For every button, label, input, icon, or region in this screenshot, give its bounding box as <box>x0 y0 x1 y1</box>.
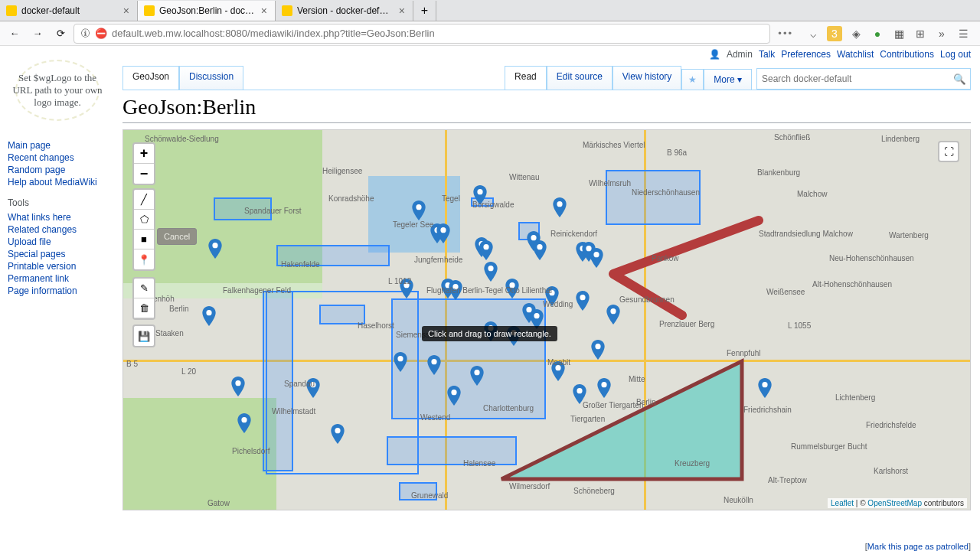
map-marker[interactable] <box>331 424 345 444</box>
draw-line-button[interactable]: ╱ <box>134 190 154 210</box>
forward-button[interactable]: → <box>28 24 47 44</box>
map-marker[interactable] <box>597 378 611 398</box>
sidebar-link[interactable]: Permanent link <box>8 272 115 285</box>
sidebar-link[interactable]: What links here <box>8 211 115 223</box>
close-icon[interactable]: × <box>260 5 269 17</box>
search-button[interactable]: 🔍 <box>949 73 970 85</box>
map-marker[interactable] <box>505 279 519 298</box>
tools-heading: Tools <box>8 197 115 208</box>
wiki-logo[interactable]: Set $wgLogo to the URL path to your own … <box>8 52 107 129</box>
map-marker[interactable] <box>208 239 222 259</box>
sidebar-link[interactable]: Main page <box>8 139 115 152</box>
map[interactable]: Schönwalde-SiedlungMärkisches ViertelB 9… <box>122 129 971 510</box>
edit-button[interactable]: ✎ <box>134 279 154 298</box>
overflow-icon[interactable]: » <box>934 26 949 41</box>
map-marker[interactable] <box>306 378 320 398</box>
map-marker[interactable] <box>606 305 620 324</box>
map-marker[interactable] <box>447 386 461 406</box>
svg-point-18 <box>509 282 514 288</box>
patrol-link[interactable]: Mark this page as patrolled <box>867 542 969 551</box>
back-button[interactable]: ← <box>5 24 24 44</box>
map-marker[interactable] <box>427 355 441 375</box>
new-tab-button[interactable]: + <box>413 1 436 21</box>
map-marker[interactable] <box>394 352 407 372</box>
zoom-out-button[interactable]: − <box>134 164 154 184</box>
meatball-icon[interactable]: ••• <box>773 28 798 39</box>
map-marker[interactable] <box>202 306 216 326</box>
map-marker[interactable] <box>473 185 487 205</box>
browser-tab-0[interactable]: docker-default × <box>0 1 138 21</box>
map-marker[interactable] <box>573 384 586 404</box>
draw-marker-button[interactable]: 📍 <box>134 249 154 269</box>
delete-button[interactable]: 🗑 <box>134 298 154 318</box>
map-marker[interactable] <box>231 377 245 396</box>
preferences-link[interactable]: Preferences <box>781 49 831 60</box>
map-marker[interactable] <box>412 201 426 220</box>
reload-button[interactable]: ⟳ <box>51 24 70 44</box>
globe-ext-icon[interactable]: ● <box>870 26 885 41</box>
sidebar-link[interactable]: Page information <box>8 285 115 297</box>
sidebar-link[interactable]: Related changes <box>8 223 115 236</box>
close-icon[interactable]: × <box>122 5 131 17</box>
zoom-in-button[interactable]: + <box>134 144 154 164</box>
svg-point-14 <box>403 282 409 288</box>
map-marker[interactable] <box>436 223 450 243</box>
osm-link[interactable]: OpenStreetMap <box>867 499 922 507</box>
close-icon[interactable]: × <box>397 5 407 17</box>
map-marker[interactable] <box>449 280 462 300</box>
map-marker[interactable] <box>479 240 493 260</box>
sidebar-link[interactable]: Printable version <box>8 260 115 272</box>
sidebar-link[interactable]: Random page <box>8 164 115 176</box>
browser-tab-1[interactable]: GeoJson:Berlin - docker-d × <box>138 1 276 21</box>
map-rectangle[interactable] <box>214 197 272 220</box>
map-rectangle[interactable] <box>276 245 390 266</box>
map-marker[interactable] <box>553 197 567 217</box>
map-marker[interactable] <box>470 366 484 386</box>
map-marker[interactable] <box>758 378 772 398</box>
url-text: default.web.mw.localhost:8080/mediawiki/… <box>112 28 435 39</box>
pocket-icon[interactable]: ⌵ <box>805 26 821 41</box>
url-bar[interactable]: 🛈 ⛔ default.web.mw.localhost:8080/mediaw… <box>74 24 770 44</box>
logout-link[interactable]: Log out <box>940 49 971 60</box>
map-marker[interactable] <box>237 413 251 433</box>
page-tab[interactable]: Edit source <box>547 66 612 90</box>
sidebar-link[interactable]: Special pages <box>8 248 115 260</box>
map-marker[interactable] <box>545 286 559 306</box>
more-dropdown[interactable]: More ▾ <box>704 69 752 90</box>
search-input[interactable] <box>757 73 949 84</box>
draw-rect-button[interactable]: ■ <box>134 230 154 249</box>
page-tab[interactable]: View history <box>612 66 681 90</box>
cancel-button[interactable]: Cancel <box>157 228 197 245</box>
map-marker[interactable] <box>591 340 605 360</box>
save-button[interactable]: 💾 <box>132 324 155 347</box>
ext-icon[interactable]: 3 <box>827 26 842 41</box>
contributions-link[interactable]: Contributions <box>880 49 934 60</box>
map-marker[interactable] <box>576 291 590 311</box>
fullscreen-button[interactable]: ⛶ <box>938 141 959 162</box>
draw-polygon-button[interactable]: ⬠ <box>134 210 154 230</box>
leaflet-link[interactable]: Leaflet <box>831 499 854 507</box>
map-marker[interactable] <box>533 240 547 260</box>
map-marker[interactable] <box>484 262 498 282</box>
map-marker[interactable] <box>590 248 603 268</box>
watch-star[interactable]: ★ <box>681 69 704 90</box>
page-tab[interactable]: GeoJson <box>122 66 179 90</box>
ext-icon[interactable]: ⊞ <box>913 26 928 41</box>
menu-icon[interactable]: ☰ <box>956 26 971 41</box>
talk-link[interactable]: Talk <box>759 49 775 60</box>
page-tab[interactable]: Discussion <box>179 66 243 90</box>
map-marker[interactable] <box>400 279 413 298</box>
browser-tab-2[interactable]: Version - docker-default × <box>276 1 413 21</box>
svg-point-12 <box>593 252 599 257</box>
ext-icon[interactable]: ▦ <box>891 26 906 41</box>
map-marker[interactable] <box>551 361 565 381</box>
shield-ext-icon[interactable]: ◈ <box>848 26 864 41</box>
map-rectangle[interactable] <box>399 482 437 500</box>
user-link[interactable]: Admin <box>727 49 753 60</box>
sidebar-link[interactable]: Help about MediaWiki <box>8 176 115 188</box>
sidebar-link[interactable]: Recent changes <box>8 152 115 164</box>
svg-point-20 <box>534 313 539 318</box>
watchlist-link[interactable]: Watchlist <box>837 49 874 60</box>
page-tab[interactable]: Read <box>505 66 547 90</box>
sidebar-link[interactable]: Upload file <box>8 236 115 248</box>
